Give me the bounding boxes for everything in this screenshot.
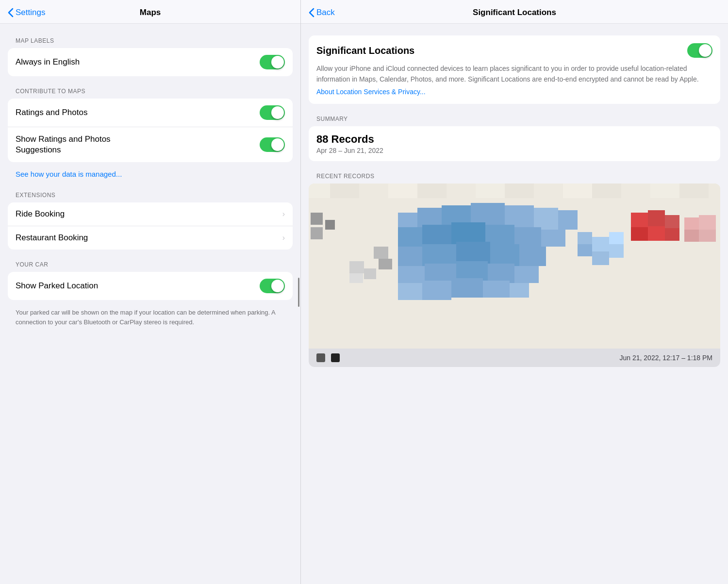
svg-rect-45 xyxy=(451,278,483,298)
toggle-knob xyxy=(271,106,284,119)
svg-rect-31 xyxy=(514,227,541,247)
svg-rect-66 xyxy=(309,300,398,349)
ride-booking-chevron: › xyxy=(282,210,285,218)
show-ratings-toggle[interactable] xyxy=(260,137,285,152)
svg-rect-26 xyxy=(558,210,578,230)
sig-loc-header: Significant Locations xyxy=(316,43,712,58)
settings-back-button[interactable]: Settings xyxy=(8,8,45,17)
svg-rect-67 xyxy=(539,281,636,349)
left-panel: Settings Maps MAP LABELS Always in Engli… xyxy=(0,0,301,584)
sig-loc-toggle[interactable] xyxy=(687,43,712,58)
extensions-card: Ride Booking › Restaurant Booking › xyxy=(8,202,293,250)
back-button[interactable]: Back xyxy=(309,8,335,17)
svg-rect-50 xyxy=(665,215,679,229)
svg-rect-37 xyxy=(519,247,546,266)
always-english-row[interactable]: Always in English xyxy=(8,48,293,76)
extensions-header: EXTENSIONS xyxy=(8,192,293,199)
map-overlay-bar: Jun 21, 2022, 12:17 – 1:18 PM xyxy=(309,349,720,367)
svg-rect-69 xyxy=(364,268,376,279)
restaurant-booking-label: Restaurant Booking xyxy=(16,233,88,243)
svg-rect-3 xyxy=(330,184,359,198)
svg-rect-34 xyxy=(422,244,456,266)
svg-rect-47 xyxy=(510,283,529,298)
svg-rect-8 xyxy=(476,184,505,198)
svg-rect-2 xyxy=(309,184,330,198)
svg-rect-52 xyxy=(648,226,665,241)
parked-location-label: Show Parked Location xyxy=(16,281,98,291)
svg-rect-7 xyxy=(447,184,476,198)
svg-rect-57 xyxy=(699,230,716,242)
records-count: 88 Records xyxy=(316,133,712,146)
map-card[interactable]: Jun 21, 2022, 12:17 – 1:18 PM xyxy=(309,184,720,367)
svg-rect-9 xyxy=(505,184,534,198)
toggle-knob xyxy=(271,280,284,292)
map-image xyxy=(309,184,720,349)
sig-loc-description: Allow your iPhone and iCloud connected d… xyxy=(316,64,712,84)
map-labels-card: Always in English xyxy=(8,48,293,76)
parked-location-description: Your parked car will be shown on the map… xyxy=(8,304,293,327)
ride-booking-row[interactable]: Ride Booking › xyxy=(8,202,293,226)
right-content-area: Significant Locations Allow your iPhone … xyxy=(301,24,728,584)
svg-rect-17 xyxy=(311,213,323,225)
svg-rect-13 xyxy=(621,184,650,198)
svg-rect-65 xyxy=(609,244,624,258)
data-managed-link[interactable]: See how your data is managed... xyxy=(8,166,293,180)
svg-rect-43 xyxy=(398,283,422,300)
map-legend xyxy=(316,353,340,362)
svg-rect-20 xyxy=(398,213,417,227)
left-content-area: MAP LABELS Always in English CONTRIBUTE … xyxy=(0,24,300,584)
always-english-toggle[interactable] xyxy=(260,55,285,69)
toggle-knob xyxy=(271,56,284,68)
ride-booking-label: Ride Booking xyxy=(16,209,65,219)
restaurant-booking-row[interactable]: Restaurant Booking › xyxy=(8,226,293,250)
svg-rect-33 xyxy=(398,247,422,266)
svg-rect-5 xyxy=(388,184,417,198)
svg-rect-19 xyxy=(325,220,335,230)
ratings-photos-row[interactable]: Ratings and Photos xyxy=(8,99,293,127)
right-panel: Back Significant Locations Significant L… xyxy=(301,0,728,584)
right-nav-bar: Back Significant Locations xyxy=(301,0,728,24)
your-car-header: YOUR CAR xyxy=(8,261,293,268)
svg-rect-55 xyxy=(699,215,716,230)
ratings-photos-toggle[interactable] xyxy=(260,105,285,120)
left-page-title: Maps xyxy=(140,8,161,17)
svg-rect-14 xyxy=(650,184,679,198)
recent-records-section: RECENT RECORDS xyxy=(309,173,720,367)
svg-rect-68 xyxy=(349,261,364,273)
legend-square-black xyxy=(331,353,340,362)
contribute-section: CONTRIBUTE TO MAPS Ratings and Photos Sh… xyxy=(8,88,293,180)
svg-rect-61 xyxy=(578,244,592,256)
right-page-title: Significant Locations xyxy=(473,8,556,17)
svg-rect-18 xyxy=(311,227,323,239)
svg-rect-25 xyxy=(534,208,558,230)
location-privacy-link[interactable]: About Location Services & Privacy... xyxy=(316,88,426,96)
svg-rect-10 xyxy=(534,184,563,198)
svg-rect-12 xyxy=(592,184,621,198)
svg-rect-44 xyxy=(422,281,451,300)
svg-rect-49 xyxy=(648,210,665,227)
ratings-photos-label: Ratings and Photos xyxy=(16,108,87,117)
svg-rect-36 xyxy=(490,244,519,266)
svg-rect-27 xyxy=(398,227,422,247)
map-labels-header: MAP LABELS xyxy=(8,37,293,44)
svg-rect-63 xyxy=(592,251,609,265)
parked-location-toggle[interactable] xyxy=(260,279,285,293)
always-english-label: Always in English xyxy=(16,57,80,67)
svg-rect-59 xyxy=(379,259,392,269)
extensions-section: EXTENSIONS Ride Booking › Restaurant Boo… xyxy=(8,192,293,250)
scrollbar[interactable] xyxy=(298,278,299,307)
svg-rect-56 xyxy=(684,230,699,242)
show-ratings-row[interactable]: Show Ratings and Photos Suggestions xyxy=(8,127,293,162)
left-nav-bar: Settings Maps xyxy=(0,0,300,24)
parked-location-row[interactable]: Show Parked Location xyxy=(8,272,293,300)
svg-rect-42 xyxy=(514,266,539,283)
svg-rect-4 xyxy=(359,184,388,198)
your-car-card: Show Parked Location xyxy=(8,272,293,300)
summary-card: 88 Records Apr 28 – Jun 21, 2022 xyxy=(309,126,720,161)
map-timestamp: Jun 21, 2022, 12:17 – 1:18 PM xyxy=(620,354,712,362)
map-labels-section: MAP LABELS Always in English xyxy=(8,37,293,76)
legend-square-dark xyxy=(316,353,325,362)
summary-header: SUMMARY xyxy=(309,116,720,122)
svg-rect-38 xyxy=(398,266,425,283)
svg-rect-64 xyxy=(609,232,624,244)
